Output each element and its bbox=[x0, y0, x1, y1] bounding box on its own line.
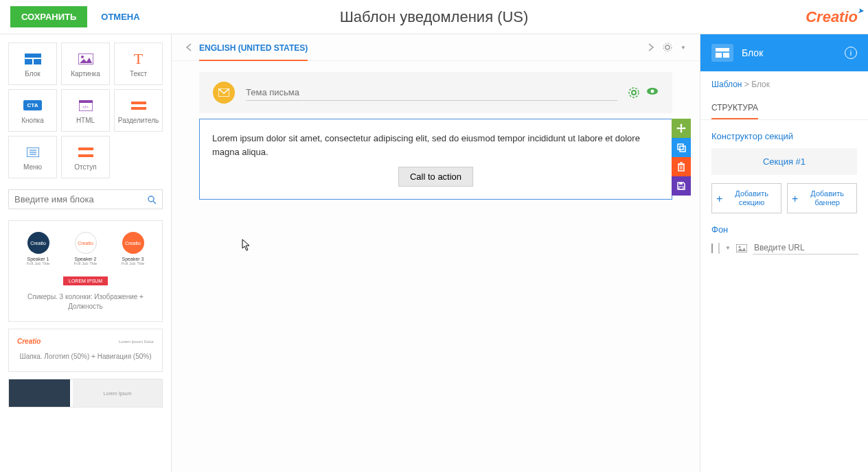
svg-rect-2 bbox=[34, 59, 41, 64]
block-preview-header[interactable]: Creatio Lorem Ipsum Dolor Шапка. Логотип… bbox=[8, 329, 163, 372]
svg-rect-36 bbox=[723, 53, 729, 58]
tool-indent[interactable]: Отступ bbox=[61, 136, 110, 178]
svg-rect-14 bbox=[78, 148, 93, 150]
bg-checkbox[interactable] bbox=[711, 244, 713, 253]
bg-title: Фон bbox=[711, 224, 857, 235]
settings-gear-icon[interactable] bbox=[663, 43, 672, 52]
subject-bar bbox=[199, 72, 672, 113]
tool-html[interactable]: </> HTML bbox=[61, 89, 110, 132]
tool-image[interactable]: Картинка bbox=[61, 43, 110, 85]
svg-point-19 bbox=[663, 43, 672, 51]
lorem-text: Lorem ipsum dolor sit amet, consectetur … bbox=[212, 132, 659, 158]
indent-icon bbox=[78, 144, 93, 161]
svg-point-24 bbox=[651, 90, 654, 93]
block-caption: Спикеры. 3 колонки: Изображение + Должно… bbox=[14, 288, 157, 316]
breadcrumb: Шаблон > Блок bbox=[700, 71, 868, 97]
info-icon[interactable]: i bbox=[845, 47, 857, 59]
svg-point-38 bbox=[738, 246, 740, 248]
button-icon: CTA bbox=[23, 97, 43, 114]
svg-rect-26 bbox=[680, 146, 685, 152]
add-section-button[interactable]: +Добавить секцию bbox=[711, 183, 781, 213]
breadcrumb-current: Блок bbox=[751, 80, 770, 89]
block-icon bbox=[25, 51, 41, 67]
block-header-icon bbox=[711, 44, 733, 62]
save-button[interactable]: СОХРАНИТЬ bbox=[10, 6, 87, 27]
svg-rect-8 bbox=[131, 102, 146, 104]
html-icon: </> bbox=[79, 97, 93, 114]
speaker-avatar-2: Creatio bbox=[75, 232, 97, 254]
section-1-item[interactable]: Секция #1 bbox=[711, 148, 857, 175]
footer-light: Lorem Ipsum bbox=[73, 379, 162, 407]
svg-rect-1 bbox=[25, 59, 32, 64]
logo: Creatio➤ bbox=[806, 8, 858, 26]
footer-dark bbox=[9, 379, 70, 407]
left-panel: Блок Картинка T Текст CTA Кнопка bbox=[0, 34, 172, 472]
svg-rect-25 bbox=[678, 144, 683, 150]
tool-block[interactable]: Блок bbox=[8, 43, 57, 85]
language-tab[interactable]: ENGLISH (UNITED STATES) bbox=[199, 43, 308, 61]
svg-rect-6 bbox=[79, 100, 93, 103]
lang-next-button[interactable] bbox=[648, 43, 654, 52]
cta-button[interactable]: Call to action bbox=[398, 167, 473, 187]
dropdown-caret-icon[interactable]: ▼ bbox=[681, 45, 686, 51]
page-title: Шаблон уведомления (US) bbox=[340, 8, 529, 26]
section-constructor-title: Конструктор секций bbox=[711, 131, 857, 141]
svg-point-18 bbox=[665, 45, 670, 49]
block-preview-speakers[interactable]: Creatio Speaker 1 Full Job Title Creatio… bbox=[8, 220, 163, 322]
lorem-badge: LOREM IPSUM bbox=[63, 276, 108, 285]
image-icon bbox=[78, 51, 93, 67]
preview-header-logo: Creatio bbox=[17, 338, 41, 345]
svg-text:</>: </> bbox=[82, 105, 89, 109]
svg-rect-15 bbox=[78, 154, 93, 157]
svg-rect-35 bbox=[716, 53, 722, 58]
color-dropdown-icon[interactable]: ▼ bbox=[725, 245, 731, 251]
menu-icon bbox=[27, 144, 39, 161]
subject-input[interactable] bbox=[246, 84, 617, 101]
svg-point-4 bbox=[81, 56, 84, 58]
content-block[interactable]: Lorem ipsum dolor sit amet, consectetur … bbox=[199, 119, 672, 200]
center-panel: ENGLISH (UNITED STATES) ▼ bbox=[172, 34, 700, 472]
speaker-avatar-1: Creatio bbox=[27, 232, 49, 254]
tool-text[interactable]: T Текст bbox=[114, 43, 163, 85]
svg-point-21 bbox=[632, 91, 636, 95]
tool-divider[interactable]: Разделитель bbox=[114, 89, 163, 132]
block-header-title: Блок bbox=[742, 47, 845, 58]
svg-rect-9 bbox=[131, 107, 146, 110]
preview-eye-icon[interactable] bbox=[646, 87, 659, 98]
tool-button[interactable]: CTA Кнопка bbox=[8, 89, 57, 132]
svg-rect-34 bbox=[716, 48, 729, 51]
bg-url-input[interactable] bbox=[753, 241, 858, 255]
lang-prev-button[interactable] bbox=[185, 43, 192, 52]
add-banner-button[interactable]: +Добавить баннер bbox=[787, 183, 857, 213]
tool-menu[interactable]: Меню bbox=[8, 136, 57, 178]
text-icon: T bbox=[134, 51, 143, 67]
move-tool[interactable] bbox=[672, 119, 691, 138]
copy-tool[interactable] bbox=[672, 138, 691, 157]
speaker-avatar-3: Creatio bbox=[122, 232, 144, 254]
mail-icon bbox=[213, 82, 235, 104]
subject-settings-icon[interactable] bbox=[628, 87, 639, 98]
svg-point-22 bbox=[629, 88, 639, 97]
svg-rect-37 bbox=[736, 244, 747, 252]
bg-color-picker[interactable] bbox=[718, 243, 720, 254]
divider-icon bbox=[131, 97, 146, 114]
svg-rect-0 bbox=[25, 54, 41, 58]
tab-structure[interactable]: СТРУКТУРА bbox=[711, 97, 758, 119]
svg-line-17 bbox=[153, 201, 156, 204]
block-caption: Шапка. Логотип (50%) + Навигация (50%) bbox=[14, 348, 157, 366]
block-preview-footer[interactable]: Lorem Ipsum bbox=[8, 379, 163, 408]
svg-point-16 bbox=[148, 196, 154, 202]
svg-rect-27 bbox=[678, 165, 684, 171]
svg-rect-33 bbox=[679, 182, 683, 185]
bg-image-icon[interactable] bbox=[736, 244, 747, 252]
delete-tool[interactable] bbox=[672, 157, 691, 176]
search-icon[interactable] bbox=[147, 195, 157, 204]
block-search[interactable] bbox=[8, 189, 163, 209]
cancel-button[interactable]: ОТМЕНА bbox=[101, 12, 139, 22]
search-input[interactable] bbox=[14, 194, 147, 204]
preview-header-nav: Lorem Ipsum Dolor bbox=[119, 340, 154, 344]
breadcrumb-template[interactable]: Шаблон bbox=[711, 80, 742, 89]
right-panel: Блок i Шаблон > Блок СТРУКТУРА Конструкт… bbox=[700, 34, 868, 472]
save-tool[interactable] bbox=[672, 176, 691, 196]
